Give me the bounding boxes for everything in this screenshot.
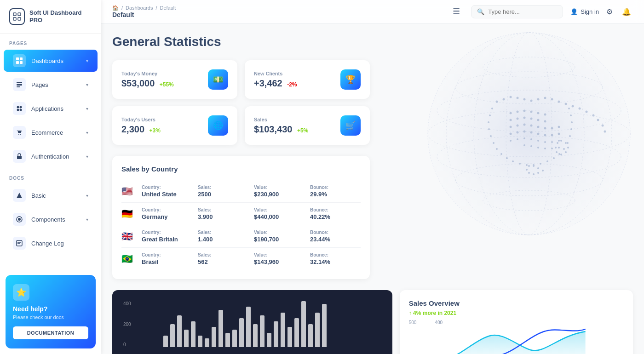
breadcrumb: 🏠 / Dashboards / Default Default [112,5,442,18]
content-area: General Statistics Today's Money $53,000… [101,23,644,354]
bar-23 [322,304,327,347]
stat-value-3: $103,430 +5% [254,124,308,135]
changelog-label: Change Log [31,240,64,247]
flag-2: 🇬🇧 [121,231,136,242]
stat-card-3: Sales $103,430 +5% 🛒 [245,106,370,145]
svg-point-98 [523,131,526,133]
svg-point-75 [568,108,570,109]
svg-point-18 [18,218,21,221]
svg-point-65 [540,163,541,165]
help-title: Need help? [13,305,88,313]
settings-button[interactable]: ⚙ [604,6,615,18]
stat-icon-1: 🏆 [340,69,361,90]
applications-icon [13,102,26,115]
svg-point-48 [592,114,595,117]
y-label-0: 0 [123,342,131,347]
documentation-button[interactable]: DOCUMENTATION [13,326,88,339]
svg-point-61 [512,160,514,162]
help-subtitle: Please check our docs [13,314,88,320]
bar-8 [218,310,223,347]
stat-value-1: +3,462 -2% [254,78,297,89]
svg-point-81 [544,114,546,116]
svg-point-79 [530,111,533,113]
svg-point-63 [526,164,528,166]
app-name: Soft UI Dashboard PRO [29,9,92,23]
sidebar-item-components[interactable]: Components ▾ [4,208,98,230]
svg-point-42 [551,98,553,101]
sidebar-item-pages[interactable]: Pages ▾ [4,74,98,96]
ecommerce-label: Ecommerce [31,129,63,136]
svg-rect-8 [17,82,22,83]
svg-point-85 [530,118,533,120]
sales-y-400: 400 [435,320,443,325]
bar-17 [281,313,285,347]
svg-rect-2 [13,17,16,20]
ecommerce-arrow: ▾ [86,130,88,135]
svg-point-93 [544,127,546,130]
svg-point-74 [570,114,572,116]
sidebar-item-ecommerce[interactable]: Ecommerce ▾ [4,121,98,143]
svg-point-71 [569,135,571,137]
search-box[interactable]: 🔍 [471,5,563,18]
svg-point-108 [537,140,539,142]
country-col-3: Country: Brasil [142,252,192,265]
section-docs-label: DOCS [0,168,101,183]
svg-point-103 [558,133,560,135]
country-row-1: 🇩🇪 Country: Germany Sales: 3.900 Value: … [121,203,361,225]
svg-point-12 [20,106,22,108]
svg-point-34 [496,101,498,103]
svg-rect-3 [18,17,21,20]
basic-label: Basic [31,192,46,199]
sidebar-item-applications[interactable]: Applications ▾ [4,97,98,120]
sidebar-item-changelog[interactable]: Change Log [4,232,98,254]
country-col-2: Country: Great Britain [142,230,192,243]
menu-button[interactable]: ☰ [449,5,464,18]
stat-info-2: Today's Users 2,300 +3% [121,117,161,135]
svg-point-41 [544,97,546,99]
svg-point-115 [544,148,546,149]
sidebar-item-dashboards[interactable]: Dashboards ▾ [4,50,98,72]
svg-point-107 [530,138,532,140]
home-icon: 🏠 [112,5,119,11]
svg-point-120 [542,170,544,171]
pages-arrow: ▾ [86,82,88,87]
bar-6 [205,338,209,347]
svg-point-54 [488,121,489,123]
bar-13 [253,324,258,347]
svg-rect-0 [13,13,16,16]
signin-button[interactable]: 👤 Sign in [570,8,599,15]
bar-19 [294,318,299,347]
basic-icon [13,189,26,202]
bar-20 [301,301,306,347]
overview-subtitle: ↑ 4% more in 2021 [409,310,624,316]
svg-point-121 [537,172,539,174]
svg-point-101 [544,134,546,137]
help-box: ⭐ Need help? Please check our docs DOCUM… [6,275,96,348]
svg-point-27 [455,72,603,104]
svg-rect-4 [16,57,19,60]
stat-card-1: New Clients +3,462 -2% 🏆 [245,60,370,99]
svg-point-105 [517,138,518,140]
applications-label: Applications [31,105,63,112]
sidebar-item-basic[interactable]: Basic ▾ [4,184,98,206]
svg-point-99 [530,131,533,134]
notifications-button[interactable]: 🔔 [620,6,633,18]
y-label-400: 400 [123,301,131,306]
bar-9 [225,333,230,347]
sales-overview-card: Sales Overview ↑ 4% more in 2021 500 400 [400,290,633,354]
svg-point-32 [474,33,584,235]
svg-point-128 [567,147,569,148]
svg-point-89 [517,125,519,127]
stat-icon-2: 🌐 [208,115,228,136]
svg-point-80 [537,112,540,114]
svg-point-70 [567,142,569,144]
logo-icon [9,8,25,25]
svg-point-77 [517,111,519,113]
sidebar-item-authentication[interactable]: Authentication ▾ [4,145,98,167]
search-input[interactable] [488,8,557,15]
svg-point-31 [506,33,552,235]
svg-rect-17 [17,156,22,159]
svg-point-23 [428,33,630,235]
svg-point-68 [558,153,560,155]
authentication-icon [13,150,26,163]
